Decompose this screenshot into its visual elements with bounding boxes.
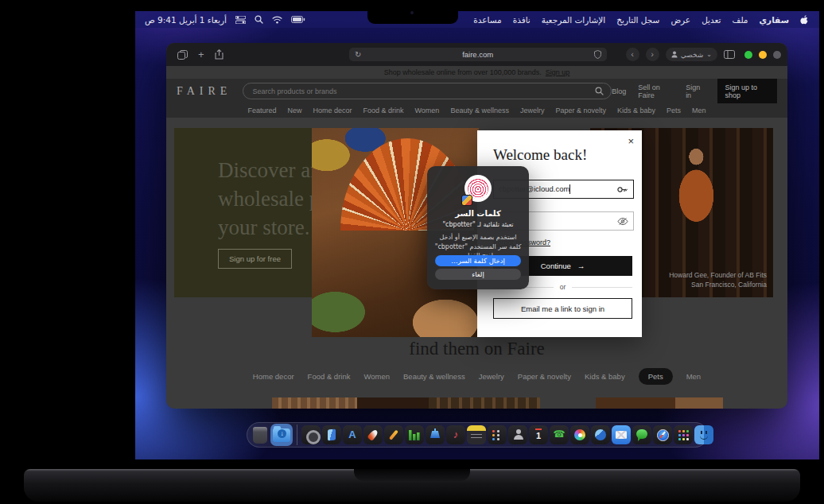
privacy-shield-icon[interactable]	[594, 50, 601, 59]
menu-bar-status: أربعاء 1 أبريل 9:41 ص	[135, 15, 305, 25]
search-input[interactable]	[251, 87, 590, 96]
sign-in-link[interactable]: Sign in	[686, 83, 705, 99]
pill-pets-active[interactable]: Pets	[639, 368, 673, 385]
dock-facetime-icon[interactable]	[550, 425, 569, 444]
enter-password-button[interactable]: إدخال كلمة السر…	[435, 255, 521, 266]
sell-on-faire-link[interactable]: Sell on Faire	[638, 83, 674, 99]
nav-new[interactable]: New	[287, 107, 301, 114]
menu-item-history[interactable]: سجل التاريخ	[616, 15, 659, 25]
safari-toolbar: + ↻ faire.com ‹ › شخصي ⌄	[166, 43, 787, 67]
email-link-button[interactable]: Email me a link to sign in	[493, 298, 632, 319]
nav-pets[interactable]: Pets	[667, 107, 681, 114]
tab-overview-icon[interactable]	[177, 50, 188, 60]
desktop-wallpaper: أربعاء 1 أبريل 9:41 ص سفاري ملف تعديل عر…	[135, 11, 819, 459]
menu-bar-clock[interactable]: أربعاء 1 أبريل 9:41 ص	[145, 15, 227, 25]
dock-messages-icon[interactable]	[632, 425, 651, 444]
dock-notes-icon[interactable]	[467, 425, 486, 444]
pill-paper[interactable]: Paper & novelty	[518, 372, 571, 381]
reload-icon[interactable]: ↻	[355, 50, 361, 59]
faire-logo[interactable]: FAIRE	[177, 85, 231, 98]
window-controls	[744, 51, 781, 59]
profile-switcher[interactable]: شخصي ⌄	[666, 48, 717, 61]
dock-trash-icon[interactable]	[253, 427, 267, 444]
dock-numbers-icon[interactable]	[405, 425, 424, 444]
dock-system-settings-icon[interactable]	[301, 425, 321, 444]
passwords-key-icon[interactable]	[617, 185, 628, 194]
show-password-eye-icon[interactable]	[617, 217, 628, 226]
laptop-screen: أربعاء 1 أبريل 9:41 ص سفاري ملف تعديل عر…	[65, 3, 759, 469]
control-center-icon[interactable]	[235, 16, 246, 24]
back-button[interactable]: ‹	[626, 48, 639, 61]
nav-food-drink[interactable]: Food & drink	[363, 107, 404, 114]
menu-bar-menus: سفاري ملف تعديل عرض سجل التاريخ الإشارات…	[473, 15, 819, 25]
dock-rocket-icon[interactable]	[363, 425, 383, 444]
category-nav: Featured New Home decor Food & drink Wom…	[166, 103, 787, 118]
menu-item-safari[interactable]: سفاري	[760, 15, 790, 25]
cancel-button[interactable]: إلغاء	[435, 269, 521, 280]
nav-home-decor[interactable]: Home decor	[313, 107, 352, 114]
forward-button[interactable]: ›	[646, 48, 659, 61]
nav-jewelry[interactable]: Jewelry	[520, 107, 545, 114]
address-bar[interactable]: ↻ faire.com	[349, 48, 607, 61]
search-bar[interactable]	[243, 83, 612, 99]
menu-item-view[interactable]: عرض	[670, 15, 690, 25]
pill-home-decor[interactable]: Home decor	[253, 372, 294, 381]
dock-calendar-icon[interactable]	[529, 425, 548, 444]
sign-up-button[interactable]: Sign up to shop	[717, 79, 777, 104]
pill-kids[interactable]: Kids & baby	[585, 372, 625, 381]
dock-contacts-icon[interactable]	[508, 425, 527, 444]
pill-women[interactable]: Women	[363, 372, 390, 381]
pill-beauty[interactable]: Beauty & wellness	[403, 372, 465, 381]
nav-beauty[interactable]: Beauty & wellness	[450, 107, 509, 114]
dock-music-icon[interactable]	[446, 425, 465, 444]
pill-food-drink[interactable]: Food & drink	[308, 372, 351, 381]
dock-safari-icon[interactable]	[653, 425, 672, 444]
spotlight-search-icon[interactable]	[255, 15, 263, 24]
downloads-folder-icon	[273, 428, 290, 442]
minimize-button[interactable]	[759, 51, 767, 59]
promo-banner-text: Shop wholesale online from over 100,000 …	[384, 68, 542, 76]
dock-launchpad-icon[interactable]	[674, 425, 693, 444]
close-button[interactable]	[773, 51, 781, 59]
nav-men[interactable]: Men	[692, 107, 706, 114]
dock-books-icon[interactable]	[322, 425, 341, 444]
pill-jewelry[interactable]: Jewelry	[479, 372, 504, 381]
battery-icon[interactable]	[291, 16, 305, 23]
apple-menu-icon[interactable]	[800, 15, 808, 25]
url-text: faire.com	[361, 50, 594, 59]
nav-women[interactable]: Women	[415, 107, 440, 114]
search-icon[interactable]	[595, 87, 604, 95]
pill-men[interactable]: Men	[686, 372, 701, 381]
dialog-title: كلمات السر	[427, 209, 529, 218]
dock-finder-icon[interactable]	[694, 425, 713, 444]
menu-item-edit[interactable]: تعديل	[702, 15, 721, 25]
safari-window: + ↻ faire.com ‹ › شخصي ⌄	[166, 43, 787, 409]
dock-keynote-icon[interactable]	[426, 425, 445, 444]
menu-item-window[interactable]: نافذة	[513, 15, 531, 25]
dock-separator	[297, 425, 297, 445]
dock-maps-icon[interactable]	[591, 425, 610, 444]
dock-app-store-icon[interactable]	[343, 425, 362, 444]
nav-kids[interactable]: Kids & baby	[617, 107, 655, 114]
sidebar-icon[interactable]	[724, 50, 735, 59]
dock	[247, 422, 708, 448]
wifi-icon[interactable]	[272, 16, 282, 24]
dock-photos-icon[interactable]	[570, 425, 589, 444]
hero-signup-button[interactable]: Sign up for free	[218, 249, 292, 269]
menu-item-bookmarks[interactable]: الإشارات المرجعية	[542, 15, 605, 25]
modal-close-icon[interactable]: ×	[628, 135, 634, 147]
site-header: FAIRE Blog Sell on Faire Sign in Sign up…	[166, 79, 787, 103]
menu-item-help[interactable]: مساعدة	[473, 15, 501, 25]
dock-reminders-icon[interactable]	[488, 425, 507, 444]
zoom-button[interactable]	[744, 51, 752, 59]
nav-paper[interactable]: Paper & novelty	[555, 107, 606, 114]
dock-pages-icon[interactable]	[384, 425, 403, 444]
dock-downloads-selected[interactable]	[270, 424, 293, 446]
nav-featured[interactable]: Featured	[247, 107, 276, 114]
share-icon[interactable]	[215, 49, 223, 60]
menu-item-file[interactable]: ملف	[733, 15, 748, 25]
promo-signup-link[interactable]: Sign up	[546, 68, 570, 76]
dock-mail-icon[interactable]	[612, 425, 631, 444]
blog-link[interactable]: Blog	[612, 87, 626, 95]
new-tab-icon[interactable]: +	[198, 48, 204, 60]
